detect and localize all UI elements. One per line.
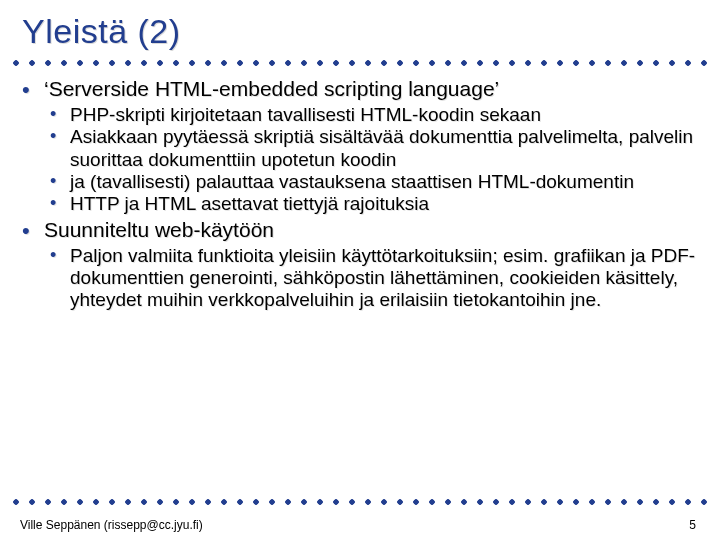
- divider-top: [8, 59, 712, 67]
- bullet-text: ja (tavallisesti) palauttaa vastauksena …: [70, 171, 634, 192]
- bullet-text: HTTP ja HTML asettavat tiettyjä rajoituk…: [70, 193, 429, 214]
- bullet-level2: Paljon valmiita funktioita yleisiin käyt…: [44, 245, 706, 312]
- bullet-level1: Suunniteltu web-käytöön Paljon valmiita …: [14, 218, 706, 312]
- bullet-level2: HTTP ja HTML asettavat tiettyjä rajoituk…: [44, 193, 706, 215]
- bullet-text: Asiakkaan pyytäessä skriptiä sisältävää …: [70, 126, 693, 169]
- bullet-text: PHP-skripti kirjoitetaan tavallisesti HT…: [70, 104, 541, 125]
- bullet-level2: Asiakkaan pyytäessä skriptiä sisältävää …: [44, 126, 706, 171]
- bullet-text: ‘Serverside HTML-embedded scripting lang…: [44, 77, 499, 100]
- bullet-text: Paljon valmiita funktioita yleisiin käyt…: [70, 245, 695, 311]
- footer-author: Ville Seppänen (rissepp@cc.jyu.fi): [20, 518, 203, 532]
- divider-bottom: [8, 498, 712, 506]
- footer: Ville Seppänen (rissepp@cc.jyu.fi) 5: [0, 518, 720, 532]
- bullet-level2: ja (tavallisesti) palauttaa vastauksena …: [44, 171, 706, 193]
- bullet-text: Suunniteltu web-käytöön: [44, 218, 274, 241]
- bullet-level2: PHP-skripti kirjoitetaan tavallisesti HT…: [44, 104, 706, 126]
- bullet-level1: ‘Serverside HTML-embedded scripting lang…: [14, 77, 706, 216]
- slide-title: Yleistä (2): [0, 0, 720, 57]
- footer-page-number: 5: [689, 518, 696, 532]
- slide-content: ‘Serverside HTML-embedded scripting lang…: [0, 77, 720, 312]
